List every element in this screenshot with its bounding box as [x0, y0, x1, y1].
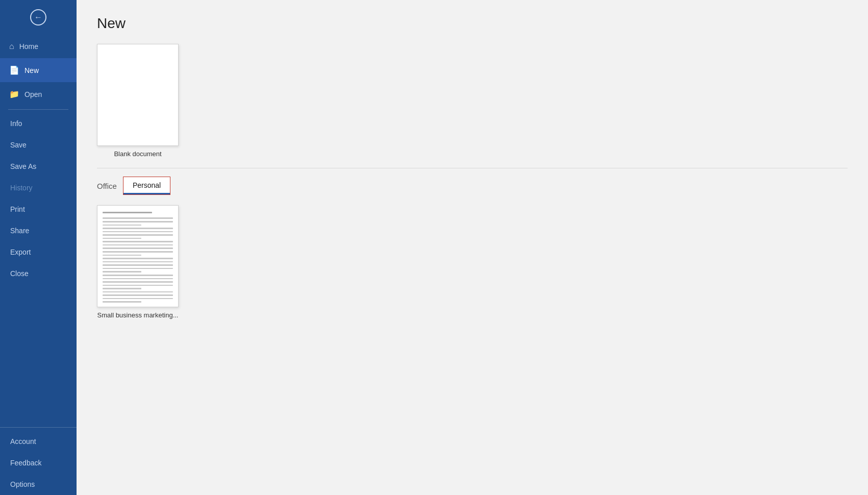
template-line: [103, 212, 152, 213]
sidebar-item-account[interactable]: Account: [0, 431, 77, 452]
template-line: [103, 288, 141, 289]
template-line: [103, 231, 173, 233]
sidebar: ← ⌂ Home 📄 New 📁 Open Info Save Save As …: [0, 0, 77, 495]
sidebar-item-close[interactable]: Close: [0, 263, 77, 284]
blank-document-thumbnail: [97, 44, 179, 146]
sidebar-item-save-as[interactable]: Save As: [0, 156, 77, 177]
sidebar-item-history[interactable]: History: [0, 177, 77, 199]
template-line: [103, 268, 173, 269]
sidebar-item-open-label: Open: [24, 90, 42, 98]
template-line: [103, 298, 173, 300]
sidebar-item-print[interactable]: Print: [0, 199, 77, 220]
template-line: [103, 291, 173, 293]
new-doc-icon: 📄: [9, 65, 19, 75]
page-title: New: [97, 15, 848, 32]
tabs-row: Office Personal: [97, 177, 848, 195]
template-grid: Small business marketing...: [97, 205, 848, 319]
template-line: [103, 251, 173, 253]
template-line: [103, 221, 173, 222]
template-line: [103, 217, 173, 219]
sidebar-item-export[interactable]: Export: [0, 241, 77, 263]
template-line: [103, 264, 173, 266]
tab-personal[interactable]: Personal: [123, 177, 170, 195]
blank-document-section: Blank document: [97, 44, 848, 158]
template-line: [103, 294, 173, 296]
sidebar-item-save[interactable]: Save: [0, 134, 77, 156]
sidebar-item-home-label: Home: [19, 42, 38, 51]
sidebar-item-options[interactable]: Options: [0, 474, 77, 495]
template-line: [103, 281, 173, 283]
sidebar-item-share[interactable]: Share: [0, 220, 77, 241]
template-line: [103, 278, 173, 280]
sidebar-divider-top: [8, 109, 68, 110]
template-line: [103, 255, 141, 256]
template-line: [103, 258, 173, 259]
section-divider: [97, 168, 848, 168]
template-line: [103, 275, 173, 276]
template-line: [103, 244, 173, 246]
sidebar-nav-top: ⌂ Home 📄 New 📁 Open: [0, 35, 77, 106]
open-folder-icon: 📁: [9, 89, 19, 99]
sidebar-item-feedback[interactable]: Feedback: [0, 452, 77, 474]
back-arrow-icon: ←: [30, 9, 46, 26]
sidebar-item-info[interactable]: Info: [0, 113, 77, 134]
template-line: [103, 234, 173, 236]
blank-document-label: Blank document: [114, 150, 161, 158]
template-card-marketing[interactable]: Small business marketing...: [97, 205, 179, 319]
template-thumbnail-marketing: [97, 205, 179, 307]
main-content: New Blank document Office Personal: [77, 0, 868, 495]
template-line: [103, 228, 173, 229]
back-button[interactable]: ←: [0, 0, 77, 35]
template-card-marketing-label: Small business marketing...: [97, 311, 179, 319]
sidebar-bottom: Account Feedback Options: [0, 427, 77, 495]
sidebar-item-home[interactable]: ⌂ Home: [0, 35, 77, 58]
sidebar-item-new-label: New: [24, 66, 39, 75]
template-line: [103, 271, 141, 273]
home-icon: ⌂: [9, 42, 14, 51]
template-line: [103, 241, 173, 242]
template-line: [103, 225, 141, 226]
tab-office[interactable]: Office: [97, 182, 117, 190]
sidebar-item-open[interactable]: 📁 Open: [0, 82, 77, 106]
template-line: [103, 247, 173, 249]
template-line: [103, 261, 173, 263]
sidebar-item-new[interactable]: 📄 New: [0, 58, 77, 82]
sidebar-menu-section: Info Save Save As History Print Share Ex…: [0, 113, 77, 427]
template-line: [103, 301, 141, 303]
template-line: [103, 238, 141, 239]
template-line: [103, 285, 173, 286]
blank-document-card[interactable]: Blank document: [97, 44, 179, 158]
